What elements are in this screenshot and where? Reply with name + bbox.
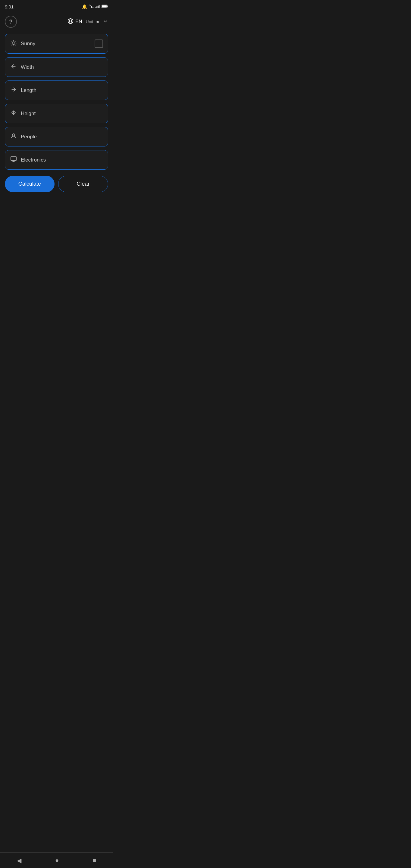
sun-icon — [10, 40, 17, 48]
height-label: Height — [21, 111, 103, 117]
svg-line-18 — [15, 41, 16, 41]
svg-rect-1 — [97, 6, 98, 8]
width-label: Width — [21, 64, 103, 70]
height-icon — [10, 110, 17, 118]
svg-point-22 — [12, 134, 14, 136]
status-time: 9:01 — [5, 4, 13, 9]
people-icon — [10, 133, 17, 141]
unit-label: Unit: — [86, 19, 95, 24]
lang-unit-section: EN Unit: m — [67, 18, 108, 26]
language-label: EN — [75, 19, 82, 24]
unit-section: Unit: m — [86, 19, 99, 24]
people-field[interactable]: People — [5, 127, 108, 147]
electronics-label: Electronics — [21, 157, 103, 163]
clear-button[interactable]: Clear — [58, 176, 108, 192]
globe-icon — [67, 18, 73, 26]
svg-rect-6 — [102, 5, 107, 7]
status-icons: 🔔 — [82, 4, 108, 9]
language-button[interactable]: EN — [67, 18, 82, 26]
svg-rect-23 — [11, 157, 16, 161]
svg-line-17 — [11, 44, 12, 45]
svg-rect-3 — [99, 5, 100, 8]
svg-rect-2 — [98, 5, 98, 7]
notification-icon: 🔔 — [82, 4, 87, 9]
height-field[interactable]: Height — [5, 104, 108, 123]
electronics-icon — [10, 156, 17, 164]
width-icon — [10, 63, 17, 71]
svg-rect-0 — [96, 7, 96, 8]
people-label: People — [21, 134, 103, 140]
width-field[interactable]: Width — [5, 57, 108, 77]
svg-rect-5 — [107, 6, 108, 7]
main-content: Sunny Width Length — [0, 31, 113, 172]
unit-value: m — [96, 19, 99, 24]
electronics-field[interactable]: Electronics — [5, 150, 108, 170]
sunny-checkbox[interactable] — [95, 39, 103, 48]
length-field[interactable]: Length — [5, 81, 108, 100]
wifi-icon — [89, 4, 94, 9]
length-label: Length — [21, 87, 103, 93]
status-bar: 9:01 🔔 — [0, 0, 113, 13]
help-button[interactable]: ? — [5, 16, 17, 28]
svg-line-14 — [15, 44, 16, 45]
sunny-label: Sunny — [21, 41, 91, 47]
dropdown-icon — [103, 19, 108, 25]
action-buttons: Calculate Clear — [0, 173, 113, 195]
svg-point-10 — [12, 41, 15, 44]
battery-icon — [101, 4, 108, 9]
length-icon — [10, 86, 17, 94]
signal-icon — [96, 4, 100, 9]
dropdown-button[interactable] — [103, 19, 108, 25]
sunny-field[interactable]: Sunny — [5, 34, 108, 54]
help-icon: ? — [9, 19, 13, 25]
top-bar: ? EN Unit: m — [0, 13, 113, 31]
calculate-button[interactable]: Calculate — [5, 176, 55, 192]
svg-line-13 — [11, 41, 12, 41]
